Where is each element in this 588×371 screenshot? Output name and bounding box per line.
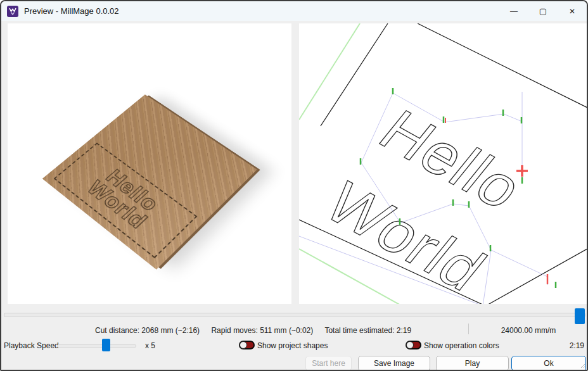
window-controls: — ▢ ✕ [499, 1, 587, 21]
timeline-slider-handle[interactable] [575, 308, 585, 324]
save-image-button[interactable]: Save Image [358, 356, 430, 371]
stock-3d-viewport[interactable]: Hello World [8, 23, 291, 304]
feed-rate-label: 24000.00 mm/m [484, 326, 573, 335]
resize-grip-icon[interactable] [579, 362, 585, 368]
sheet-edge [485, 249, 587, 304]
preview-dialog: Preview - MillMage 0.0.02 — ▢ ✕ Hello Wo… [0, 0, 588, 371]
show-operation-colors-label: Show operation colors [424, 341, 499, 350]
playback-speed-multiplier: x 5 [145, 341, 155, 350]
machine-boundary-line [299, 23, 360, 120]
timeline-slider-track[interactable] [4, 313, 585, 317]
wood-stock: Hello World [42, 94, 257, 269]
toolpath-drawing: Hello World [299, 23, 587, 304]
maximize-icon[interactable]: ▢ [528, 1, 558, 21]
total-time-text: Total time estimated: 2:19 [324, 326, 411, 335]
titlebar: Preview - MillMage 0.0.02 — ▢ ✕ [1, 1, 587, 21]
cut-distance-text: Cut distance: 2068 mm (~2:16) [95, 326, 200, 335]
show-project-shapes-label: Show project shapes [257, 341, 328, 350]
start-here-button[interactable]: Start here [305, 356, 352, 371]
playback-speed-slider-track[interactable] [57, 344, 136, 348]
sheet-edge [321, 23, 388, 126]
playback-speed-slider-handle[interactable] [102, 339, 110, 351]
ok-button[interactable]: Ok [511, 356, 586, 371]
sheet-edge [418, 23, 587, 108]
engraved-frame: Hello World [54, 142, 198, 258]
playback-time-label: 2:19 [555, 341, 584, 350]
toggle-knob [406, 341, 414, 349]
status-line: Cut distance: 2068 mm (~2:16) Rapid move… [95, 326, 421, 335]
toolpath-viewport[interactable]: Hello World [299, 23, 587, 304]
window-title: Preview - MillMage 0.0.02 [24, 6, 119, 16]
playback-speed-label: Playback Speed [4, 341, 59, 350]
close-icon[interactable]: ✕ [558, 1, 587, 21]
show-operation-colors-toggle[interactable] [406, 341, 421, 349]
toolpath-text: Hello World [312, 97, 537, 303]
show-project-shapes-toggle[interactable] [239, 341, 255, 349]
minimize-icon[interactable]: — [499, 1, 528, 21]
play-button[interactable]: Play [436, 356, 509, 371]
engraved-text: Hello World [83, 165, 166, 232]
toggle-knob [240, 341, 247, 349]
millmage-logo-icon [7, 6, 18, 17]
status-separator [468, 324, 469, 334]
rapid-moves-text: Rapid moves: 511 mm (~0:02) [211, 326, 313, 335]
